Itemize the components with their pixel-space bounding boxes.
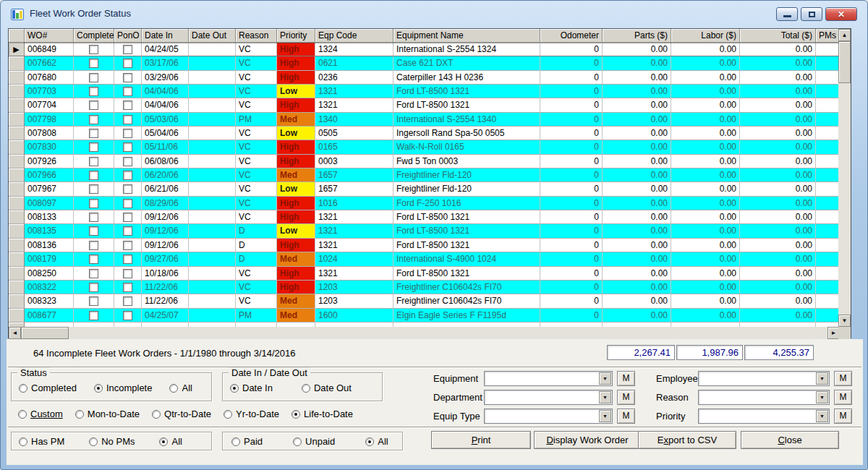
complete-checkbox[interactable] [89,255,98,264]
row-selector[interactable] [9,252,25,266]
table-row[interactable]: 00766203/17/06VCHigh0621Case 621 DXT00.0… [9,56,840,70]
complete-checkbox[interactable] [89,142,98,152]
table-row[interactable]: 00792606/08/06VCHigh0003Fwd 5 Ton 000300… [9,155,840,168]
pono-checkbox[interactable] [123,255,132,264]
row-selector[interactable] [9,71,25,85]
chevron-down-icon[interactable]: ▼ [599,372,611,385]
column-header-date-out[interactable]: Date Out [189,29,236,43]
pono-checkbox[interactable] [123,241,132,250]
department-dropdown[interactable]: ▼ [484,390,613,405]
complete-checkbox[interactable] [89,226,98,236]
complete-checkbox[interactable] [89,184,98,194]
complete-checkbox[interactable] [89,269,98,278]
display-work-order-button[interactable]: Display Work Order [534,431,641,449]
pono-checkbox[interactable] [123,101,132,110]
row-selector[interactable] [9,140,25,154]
maximize-button[interactable] [801,7,822,21]
pono-checkbox[interactable] [123,226,132,236]
horizontal-scrollbar[interactable]: ◄ ► [9,327,840,339]
minimize-button[interactable] [776,7,798,21]
chevron-down-icon[interactable]: ▼ [816,372,828,385]
row-selector[interactable] [9,182,25,196]
table-row[interactable]: 00770304/04/06VCLow1321Ford LT-8500 1321… [9,85,840,98]
column-header-complete[interactable]: Complete [74,29,114,43]
chevron-down-icon[interactable]: ▼ [816,391,828,403]
complete-checkbox[interactable] [89,101,98,110]
pono-checkbox[interactable] [123,283,132,292]
table-row[interactable]: ▶00684904/24/05VCHigh1324International S… [9,43,840,56]
pono-checkbox[interactable] [123,142,132,152]
table-row[interactable]: 00867704/25/07PMMed1600Elgin Eagle Serie… [9,309,840,322]
reason-m-button[interactable]: M [834,390,852,405]
pono-checkbox[interactable] [123,213,132,222]
table-row[interactable]: 00796606/20/06VCMed1657Freightliner Fld-… [9,168,840,182]
row-selector[interactable] [9,155,25,168]
table-row[interactable]: 00809708/29/06VCHigh1016Ford F-250 10160… [9,197,840,210]
table-row[interactable]: 00832211/22/06VCHigh1203Freightliner C10… [9,281,840,294]
table-row[interactable]: 00817909/27/06DMed1024International S-49… [9,252,840,266]
employee-dropdown[interactable]: ▼ [698,371,830,386]
pono-checkbox[interactable] [123,87,132,96]
complete-checkbox[interactable] [89,157,98,166]
close-button[interactable]: Close [741,431,839,449]
complete-checkbox[interactable] [89,171,98,180]
table-row[interactable]: 00783005/11/06VCHigh0165Walk-N-Roll 0165… [9,140,840,154]
column-header-date-in[interactable]: Date In [142,29,189,43]
scroll-up-icon[interactable]: ▲ [838,29,851,41]
title-bar[interactable]: Fleet Work Order Status ✕ [1,1,867,27]
pono-checkbox[interactable] [123,115,132,124]
column-header-labor[interactable]: Labor ($) [671,29,740,43]
complete-checkbox[interactable] [89,213,98,222]
pono-checkbox[interactable] [123,296,132,306]
complete-checkbox[interactable] [89,87,98,96]
pono-checkbox[interactable] [123,269,132,278]
vertical-scrollbar[interactable]: ▲ ▼ [838,29,851,327]
complete-checkbox[interactable] [89,45,98,54]
table-row[interactable]: 00770404/04/06VCHigh1321Ford LT-8500 132… [9,98,840,112]
chevron-down-icon[interactable]: ▼ [816,410,828,422]
radio-life-to-date[interactable]: Life-to-Date [292,409,353,419]
table-row[interactable]: 00813509/12/06DLow1321Ford LT-8500 13210… [9,224,840,238]
scroll-down-icon[interactable]: ▼ [838,315,851,327]
priority-dropdown[interactable]: ▼ [698,409,830,424]
print-button[interactable]: Print [431,431,531,449]
scroll-left-icon[interactable]: ◄ [9,327,21,339]
radio-yr-to-date[interactable]: Yr-to-Date [224,409,279,419]
column-header-selector[interactable] [9,29,25,43]
radio-completed[interactable]: Completed [19,383,77,393]
radio-mon-to-date[interactable]: Mon-to-Date [75,409,140,419]
chevron-down-icon[interactable]: ▼ [599,391,611,403]
complete-checkbox[interactable] [89,59,98,68]
row-selector[interactable] [9,197,25,210]
vertical-scroll-thumb[interactable] [838,41,851,83]
radio-custom[interactable]: Custom [18,409,63,419]
column-header-parts[interactable]: Parts ($) [603,29,671,43]
row-selector[interactable] [9,309,25,322]
employee-m-button[interactable]: M [834,371,852,386]
column-header-eqp-code[interactable]: Eqp Code [315,29,393,43]
column-header-wo#[interactable]: WO# [25,29,74,43]
close-button[interactable]: ✕ [825,7,857,21]
table-row[interactable]: 00832311/22/06VCMed1203Freightliner C106… [9,294,840,308]
row-selector[interactable]: ▶ [9,43,25,56]
pono-checkbox[interactable] [123,129,132,138]
department-m-button[interactable]: M [617,390,635,405]
radio-date-out[interactable]: Date Out [302,383,352,393]
reason-dropdown[interactable]: ▼ [698,390,830,405]
table-row[interactable]: 00779805/03/06PMMed1340International S-2… [9,113,840,127]
table-row[interactable]: 00768003/29/06VCHigh0236Caterpiller 143 … [9,71,840,85]
pono-checkbox[interactable] [123,171,132,180]
radio-qtr-to-date[interactable]: Qtr-to-Date [152,409,211,419]
table-row[interactable]: 00796706/21/06VCLow1657Freightliner Fld-… [9,182,840,196]
complete-checkbox[interactable] [89,129,98,138]
complete-checkbox[interactable] [89,241,98,250]
row-selector[interactable] [9,210,25,224]
row-selector[interactable] [9,281,25,294]
radio-all[interactable]: All [169,383,192,393]
pono-checkbox[interactable] [123,311,132,320]
radio-date-in[interactable]: Date In [230,383,273,393]
radio-incomplete[interactable]: Incomplete [94,383,153,393]
row-selector[interactable] [9,168,25,182]
complete-checkbox[interactable] [89,311,98,320]
column-header-total[interactable]: Total ($) [740,29,816,43]
